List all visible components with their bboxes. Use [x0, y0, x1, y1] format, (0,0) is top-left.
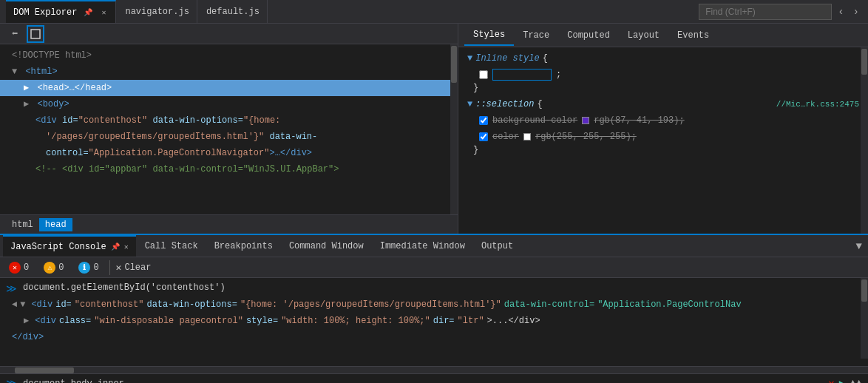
- styles-scrollbar[interactable]: [861, 47, 868, 234]
- console-scrollbar[interactable]: [861, 278, 868, 359]
- console-scroll-thumb[interactable]: [861, 279, 867, 302]
- inline-style-prop: ;: [467, 67, 859, 83]
- inline-style-brace-open: {: [543, 53, 548, 64]
- bottom-panel: JavaScript Console 📌 ✕ Call Stack Breakp…: [0, 234, 868, 383]
- result-expand-arrow[interactable]: ▼: [20, 298, 25, 311]
- bottom-panel-collapse[interactable]: ▼: [853, 240, 865, 252]
- styles-tab-layout[interactable]: Layout: [619, 26, 668, 45]
- dom-line-doctype[interactable]: <!DOCTYPE html>: [0, 47, 458, 64]
- info-count: 0: [93, 262, 98, 273]
- clear-button[interactable]: ✕ Clear: [116, 262, 152, 274]
- inline-style-arrow[interactable]: ▼: [467, 53, 472, 64]
- dom-line-div-contenthost-2[interactable]: '/pages/groupedItems/groupedItems.html'}…: [0, 129, 458, 145]
- breadcrumb-head[interactable]: head: [39, 218, 72, 231]
- dom-line-html[interactable]: ▼ <html>: [0, 64, 458, 80]
- dom-line-div-contenthost-3[interactable]: control="Application.PageControlNavigato…: [0, 145, 458, 161]
- inline-style-checkbox[interactable]: [479, 70, 488, 79]
- find-prev-icon[interactable]: ‹: [835, 6, 847, 18]
- styles-tab-styles[interactable]: Styles: [464, 25, 514, 46]
- tab-immediate-window-label: Immediate Window: [380, 241, 465, 251]
- find-input[interactable]: [699, 4, 832, 20]
- styles-panel: Styles Trace Computed Layout Events ▼ In…: [458, 24, 868, 234]
- dom-line-body[interactable]: ▶ <body>: [0, 96, 458, 112]
- tab-default-js-label: default.js: [206, 7, 260, 17]
- attr-path-value: '/pages/groupedItems/groupedItems.html'}…: [46, 132, 264, 142]
- dom-line-head[interactable]: ▶ <head>…</head>: [0, 80, 458, 96]
- console-prompt-line[interactable]: ≫ document.getElementById('contenthost'): [0, 281, 868, 296]
- tag-close: >…</div>: [269, 148, 312, 158]
- tab-dom-explorer[interactable]: DOM Explorer 📌 ✕: [6, 0, 116, 23]
- selection-bg-swatch[interactable]: [582, 117, 589, 124]
- tab-js-console[interactable]: JavaScript Console 📌 ✕: [3, 235, 136, 257]
- tab-dom-explorer-close[interactable]: ✕: [99, 7, 108, 18]
- top-tab-bar: DOM Explorer 📌 ✕ navigator.js default.js…: [0, 0, 868, 24]
- body-expand-arrow[interactable]: ▶: [24, 99, 29, 109]
- styles-tab-events[interactable]: Events: [668, 26, 718, 45]
- main-container: ⬅ <!DOCTYPE html> ▼ <html> ▶ <head>…</he…: [0, 24, 868, 234]
- bottom-tab-right: ▼: [853, 240, 865, 252]
- attr-data-win-options-name: data-win-options=: [152, 115, 243, 126]
- styles-scroll-thumb[interactable]: [861, 49, 867, 75]
- dom-toolbar: ⬅: [0, 24, 458, 44]
- selection-header: ▼ ::selection { //Mic…rk.css:2475: [467, 99, 859, 109]
- dom-select-icon[interactable]: [27, 25, 44, 43]
- inline-style-header: ▼ Inline style {: [467, 53, 859, 64]
- warning-badge-btn[interactable]: ⚠ 0: [39, 260, 68, 275]
- inline-style-brace-close: }: [467, 83, 859, 93]
- result-data-win-options-val: "{home: '/pages/groupedItems/groupedItem…: [240, 298, 501, 311]
- console-input-text[interactable]: document.body.inner: [23, 379, 822, 384]
- dom-line-div-contenthost[interactable]: <div id="contenthost" data-win-options="…: [0, 112, 458, 129]
- attr-data-win-control-name: data-win-: [269, 132, 317, 142]
- toolbar-divider: [109, 260, 110, 275]
- tab-js-console-pin[interactable]: 📌: [111, 243, 120, 251]
- html-expand-arrow[interactable]: ▼: [12, 67, 17, 77]
- console-input-line: ≫ document.body.inner ✕ ▶ ▲▲: [0, 373, 868, 383]
- console-scrollbar-h[interactable]: [0, 366, 868, 373]
- console-scroll-thumb-h[interactable]: [15, 367, 74, 373]
- tab-call-stack[interactable]: Call Stack: [138, 235, 206, 257]
- dom-scroll-thumb[interactable]: [451, 46, 457, 83]
- console-child-line[interactable]: ▶ <div class="win-disposable pagecontrol…: [0, 313, 868, 329]
- styles-tab-trace[interactable]: Trace: [514, 26, 558, 45]
- tab-navigator-js[interactable]: navigator.js: [118, 0, 197, 23]
- input-expand-icon[interactable]: ▲▲: [850, 377, 862, 383]
- dom-line-comment[interactable]: <!-- <div id="appbar" data-win-control="…: [0, 161, 458, 177]
- input-run-icon[interactable]: ▶: [839, 377, 845, 383]
- selection-color-swatch[interactable]: [523, 133, 531, 140]
- clear-x-icon: ✕: [116, 262, 122, 274]
- error-badge-btn[interactable]: ✕ 0: [4, 260, 33, 275]
- breadcrumb-html[interactable]: html: [6, 218, 39, 231]
- prompt-arrow-icon: ≫: [6, 282, 17, 295]
- tab-js-console-close[interactable]: ✕: [124, 243, 129, 251]
- input-error-icon[interactable]: ✕: [828, 377, 834, 383]
- tab-dom-explorer-pin[interactable]: 📌: [81, 7, 95, 18]
- find-next-icon[interactable]: ›: [850, 6, 862, 18]
- head-expand-arrow[interactable]: ▶: [24, 83, 29, 93]
- tab-output[interactable]: Output: [474, 235, 521, 257]
- bottom-tab-bar: JavaScript Console 📌 ✕ Call Stack Breakp…: [0, 235, 868, 257]
- styles-tab-computed[interactable]: Computed: [558, 26, 619, 45]
- console-close-line[interactable]: </div>: [0, 329, 868, 345]
- child-expand-arrow[interactable]: ▶: [24, 314, 29, 328]
- info-badge-btn[interactable]: ℹ 0: [74, 260, 103, 275]
- dom-back-icon[interactable]: ⬅: [6, 25, 24, 43]
- tab-breakpoints[interactable]: Breakpoints: [207, 235, 280, 257]
- selection-color-checkbox[interactable]: [479, 132, 488, 141]
- breadcrumb: html head: [0, 214, 458, 234]
- head-tag-text: <head>…</head>: [37, 83, 112, 93]
- console-prompt-text: document.getElementById('contenthost'): [23, 282, 226, 293]
- tab-immediate-window[interactable]: Immediate Window: [373, 235, 472, 257]
- tab-command-window[interactable]: Command Window: [282, 235, 371, 257]
- tab-default-js[interactable]: default.js: [199, 0, 268, 23]
- tab-output-label: Output: [481, 241, 513, 251]
- inline-style-semi: ;: [556, 68, 561, 81]
- tab-command-window-label: Command Window: [289, 241, 364, 251]
- selection-bg-checkbox[interactable]: [479, 116, 488, 125]
- selection-bg-value: rgb(87, 41, 193);: [594, 114, 684, 127]
- dom-scrollbar[interactable]: [450, 44, 458, 214]
- console-result-line[interactable]: ◄ ▼ <div id="contenthost" data-win-optio…: [0, 296, 868, 313]
- selection-link[interactable]: //Mic…rk.css:2475: [776, 100, 859, 109]
- selection-arrow[interactable]: ▼: [467, 99, 472, 109]
- inline-style-input[interactable]: [492, 69, 552, 81]
- selection-section: ▼ ::selection { //Mic…rk.css:2475 backgr…: [467, 99, 859, 155]
